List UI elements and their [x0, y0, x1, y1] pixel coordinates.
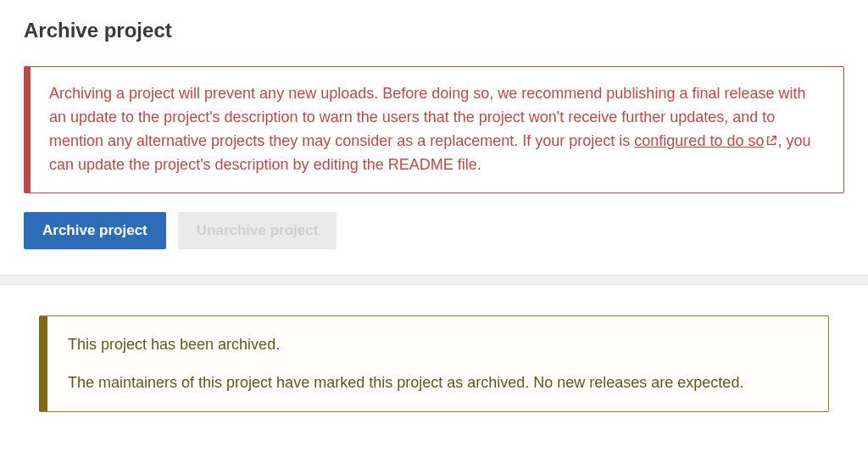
external-link-icon [765, 135, 777, 147]
archive-section: Archive project Archiving a project will… [0, 0, 868, 275]
configured-link[interactable]: configured to do so [634, 132, 777, 149]
archived-status-section: This project has been archived. The main… [0, 285, 868, 429]
section-title: Archive project [24, 19, 844, 42]
archived-notice-alert: This project has been archived. The main… [39, 315, 829, 412]
configured-link-text: configured to do so [634, 132, 764, 149]
archive-button[interactable]: Archive project [24, 212, 166, 249]
section-divider [0, 275, 868, 285]
button-row: Archive project Unarchive project [24, 212, 844, 249]
archived-notice-line2: The maintainers of this project have mar… [68, 371, 808, 394]
archive-warning-alert: Archiving a project will prevent any new… [24, 66, 844, 193]
archived-notice-line1: This project has been archived. [68, 333, 808, 356]
unarchive-button: Unarchive project [178, 212, 337, 249]
